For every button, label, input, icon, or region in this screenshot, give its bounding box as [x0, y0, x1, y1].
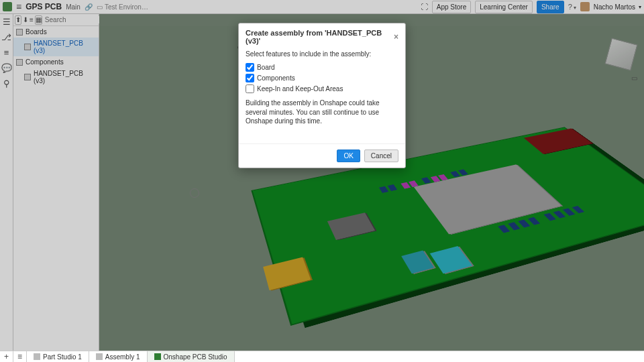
- tabs-list-button[interactable]: ≡: [13, 351, 27, 362]
- tab-label: Assembly 1: [105, 353, 140, 361]
- checkbox-keep-label: Keep-In and Keep-Out Areas: [257, 85, 343, 93]
- dialog-note: Building the assembly in Onshape could t…: [246, 99, 398, 126]
- dialog-subtitle: Select features to include in the assemb…: [246, 50, 398, 58]
- tab-part-studio[interactable]: Part Studio 1: [27, 351, 89, 362]
- checkbox-components-label: Components: [257, 74, 295, 82]
- tab-icon: [96, 353, 103, 360]
- checkbox-board[interactable]: Board: [246, 63, 398, 72]
- checkbox-board-input[interactable]: [246, 63, 254, 72]
- tab-assembly[interactable]: Assembly 1: [89, 351, 148, 362]
- checkbox-components-input[interactable]: [246, 74, 254, 82]
- checkbox-keep-input[interactable]: [246, 84, 254, 93]
- tab-pcb-studio[interactable]: Onshape PCB Studio: [148, 351, 235, 362]
- tab-bar: + ≡ Part Studio 1 Assembly 1 Onshape PCB…: [0, 351, 644, 362]
- create-assembly-dialog: Create assembly from 'HANDSET_PCB (v3)' …: [238, 23, 406, 168]
- add-tab-button[interactable]: +: [0, 351, 13, 362]
- dialog-title: Create assembly from 'HANDSET_PCB (v3)': [246, 29, 394, 45]
- dialog-overlay: Create assembly from 'HANDSET_PCB (v3)' …: [0, 0, 644, 362]
- close-icon[interactable]: ×: [394, 32, 398, 42]
- cancel-button[interactable]: Cancel: [364, 149, 398, 162]
- checkbox-keep-areas[interactable]: Keep-In and Keep-Out Areas: [246, 84, 398, 93]
- checkbox-board-label: Board: [257, 64, 275, 71]
- ok-button[interactable]: OK: [337, 149, 360, 162]
- tab-label: Onshape PCB Studio: [164, 353, 227, 361]
- checkbox-components[interactable]: Components: [246, 74, 398, 82]
- tab-icon: [34, 353, 40, 360]
- tab-label: Part Studio 1: [43, 353, 82, 361]
- tab-icon: [154, 353, 161, 360]
